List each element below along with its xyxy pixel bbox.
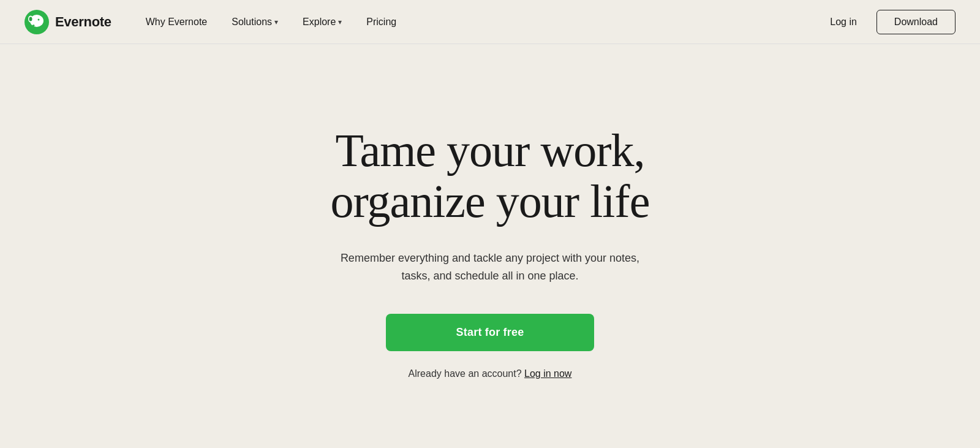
nav-right: Log in Download	[820, 10, 956, 34]
hero-subtitle: Remember everything and tackle any proje…	[325, 249, 655, 285]
nav-solutions[interactable]: Solutions ▾	[222, 12, 288, 32]
hero-login-prompt: Already have an account? Log in now	[409, 368, 572, 379]
login-link[interactable]: Log in	[820, 12, 867, 32]
nav-links: Why Evernote Solutions ▾ Explore ▾ Prici…	[136, 12, 821, 32]
explore-chevron-icon: ▾	[338, 18, 342, 26]
hero-title: Tame your work, organize your life	[331, 125, 650, 227]
solutions-chevron-icon: ▾	[274, 18, 278, 26]
evernote-logo-icon	[24, 10, 49, 34]
start-for-free-button[interactable]: Start for free	[386, 314, 594, 351]
svg-point-4	[29, 17, 32, 21]
download-button[interactable]: Download	[876, 10, 956, 34]
logo-text: Evernote	[55, 14, 111, 30]
nav-pricing[interactable]: Pricing	[356, 12, 406, 32]
hero-section: Tame your work, organize your life Remem…	[0, 44, 980, 448]
logo-link[interactable]: Evernote	[24, 10, 111, 34]
nav-why-evernote[interactable]: Why Evernote	[136, 12, 217, 32]
nav-explore[interactable]: Explore ▾	[293, 12, 352, 32]
hero-login-now-link[interactable]: Log in now	[524, 368, 571, 379]
svg-point-3	[38, 18, 40, 20]
navbar: Evernote Why Evernote Solutions ▾ Explor…	[0, 0, 980, 44]
